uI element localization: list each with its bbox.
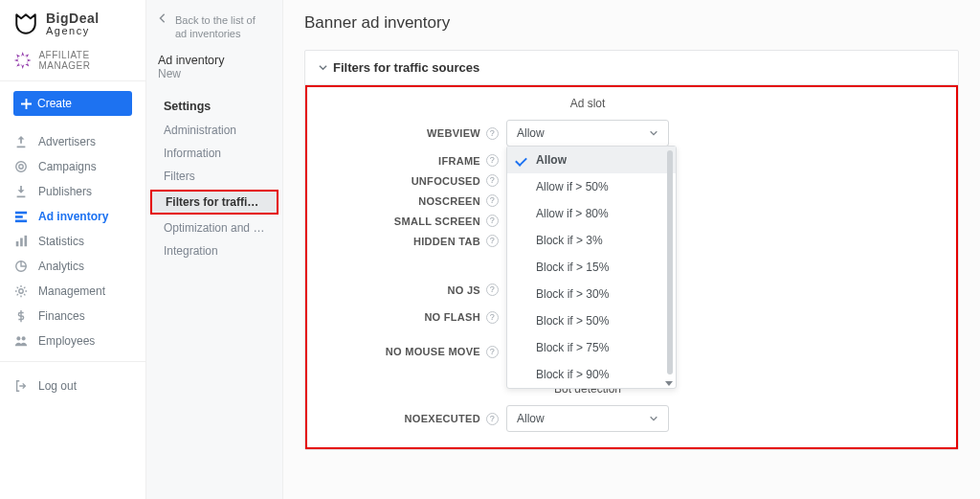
chevron-down-icon <box>649 128 658 138</box>
label-text: NO MOUSE MOVE <box>386 346 480 357</box>
svg-rect-15 <box>25 236 28 246</box>
upload-icon <box>13 134 29 149</box>
dropdown-option[interactable]: Block if > 50% <box>507 307 676 334</box>
field-label: NOSCREEN ? <box>324 194 506 207</box>
label-text: NOEXECUTED <box>405 413 480 424</box>
subnav-item-information[interactable]: Information <box>146 142 282 165</box>
help-icon[interactable]: ? <box>486 194 499 207</box>
page-title: Banner ad inventory <box>304 13 959 33</box>
help-icon[interactable]: ? <box>486 284 499 296</box>
select-webview-dropdown[interactable]: Allow Allow if > 50% Allow if > 80% Bloc… <box>506 146 677 389</box>
nav-item-campaigns[interactable]: Campaigns <box>0 154 145 179</box>
svg-rect-12 <box>15 220 27 223</box>
subnav-group-title: Settings <box>146 90 282 119</box>
back-link[interactable]: Back to the list of ad inventories <box>146 13 282 54</box>
field-label: SMALL SCREEN ? <box>324 215 506 227</box>
svg-marker-3 <box>14 58 19 61</box>
dropdown-option[interactable]: Allow <box>507 147 676 173</box>
brand-text: BigDeal Agency <box>46 11 100 36</box>
dropdown-option[interactable]: Block if > 15% <box>507 254 676 281</box>
dropdown-option[interactable]: Block if > 30% <box>507 281 676 307</box>
sidebar: BigDeal Agency AFFILIATE MANAGER Create … <box>0 0 146 499</box>
svg-marker-0 <box>21 52 24 57</box>
back-line2: ad inventories <box>175 27 256 40</box>
nav-separator <box>0 361 145 362</box>
svg-marker-7 <box>16 55 20 59</box>
subnav-item-integration[interactable]: Integration <box>146 239 282 262</box>
field-label: HIDDEN TAB ? <box>324 235 506 247</box>
subnav-item-filters[interactable]: Filters <box>146 165 282 188</box>
nav-item-management[interactable]: Management <box>0 279 145 304</box>
nav-item-publishers[interactable]: Publishers <box>0 179 145 204</box>
field-label: UNFOCUSED ? <box>324 174 506 187</box>
field-label: NO MOUSE MOVE ? <box>324 346 506 358</box>
dropdown-option[interactable]: Allow if > 80% <box>507 200 676 227</box>
nav-item-label: Campaigns <box>38 160 97 173</box>
dropdown-option[interactable]: Block if > 3% <box>507 227 676 254</box>
help-icon[interactable]: ? <box>486 413 499 425</box>
nav-item-ad-inventory[interactable]: Ad inventory <box>0 204 145 229</box>
svg-point-18 <box>16 336 20 340</box>
chevron-left-icon <box>158 13 167 23</box>
section-adslot-title: Ad slot <box>506 95 669 116</box>
dropdown-option[interactable]: Block if > 90% <box>507 361 676 388</box>
field-label: WEBVIEW ? <box>324 127 506 140</box>
svg-point-8 <box>16 162 27 172</box>
role-label: AFFILIATE MANAGER <box>38 50 132 71</box>
nav-item-employees[interactable]: Employees <box>0 329 145 353</box>
dropdown-option[interactable]: Allow if > 50% <box>507 173 676 200</box>
label-text: HIDDEN TAB <box>413 236 480 247</box>
nav-item-label: Employees <box>38 334 95 348</box>
svg-point-19 <box>22 336 26 340</box>
subnav-item-administration[interactable]: Administration <box>146 119 282 142</box>
nav-item-analytics[interactable]: Analytics <box>0 254 145 279</box>
panel-header[interactable]: Filters for traffic sources <box>305 51 958 85</box>
nav-item-advertisers[interactable]: Advertisers <box>0 129 145 154</box>
label-text: NOSCREEN <box>418 195 480 207</box>
agency-badge-icon <box>13 50 32 71</box>
nav-item-finances[interactable]: Finances <box>0 304 145 329</box>
dropdown-scroll-down-icon[interactable] <box>665 381 673 386</box>
brand-logo-icon <box>13 11 38 36</box>
create-button[interactable]: Create <box>13 91 132 116</box>
back-line1: Back to the list of <box>175 13 256 27</box>
subnav-title: Ad inventory <box>146 54 282 67</box>
field-label: IFRAME ? <box>324 154 506 167</box>
dropdown-scrollbar[interactable] <box>667 150 673 374</box>
label-text: NO FLASH <box>424 311 480 323</box>
nav-footer: Log out <box>0 374 145 398</box>
help-icon[interactable]: ? <box>486 174 499 187</box>
dropdown-options: Allow Allow if > 50% Allow if > 80% Bloc… <box>507 147 676 388</box>
select-noexecuted[interactable]: Allow <box>506 405 669 432</box>
help-icon[interactable]: ? <box>486 311 499 324</box>
nav-item-logout[interactable]: Log out <box>0 374 145 398</box>
subnav-item-filters-traffic-sources[interactable]: Filters for traffic sour… <box>150 190 278 215</box>
nav-item-label: Finances <box>38 309 85 323</box>
brand: BigDeal Agency <box>0 0 145 44</box>
help-icon[interactable]: ? <box>486 127 499 140</box>
chevron-down-icon <box>319 63 327 72</box>
label-text: WEBVIEW <box>427 127 480 139</box>
people-icon <box>13 333 29 349</box>
role-row: AFFILIATE MANAGER <box>0 44 145 81</box>
select-value: Allow <box>517 126 545 140</box>
help-icon[interactable]: ? <box>486 154 499 167</box>
subnav-subtitle: New <box>146 67 282 90</box>
help-icon[interactable]: ? <box>486 235 499 247</box>
dropdown-option[interactable]: Block if > 75% <box>507 334 676 361</box>
help-icon[interactable]: ? <box>486 346 499 358</box>
field-label: NO FLASH ? <box>324 311 506 324</box>
panel-body: Ad slot WEBVIEW ? Allow Allow <box>305 85 958 449</box>
nav-item-statistics[interactable]: Statistics <box>0 229 145 254</box>
brand-line1: BigDeal <box>46 11 100 25</box>
subnav: Back to the list of ad inventories Ad in… <box>146 0 283 499</box>
help-icon[interactable]: ? <box>486 215 499 227</box>
select-webview[interactable]: Allow <box>506 120 669 147</box>
pie-chart-icon <box>13 259 29 274</box>
svg-marker-2 <box>21 64 24 69</box>
nav-item-label: Advertisers <box>38 135 96 148</box>
svg-point-9 <box>19 165 23 169</box>
subnav-item-optimization-rules[interactable]: Optimization and rules <box>146 216 282 239</box>
dollar-icon <box>13 308 29 324</box>
svg-rect-13 <box>16 241 19 246</box>
